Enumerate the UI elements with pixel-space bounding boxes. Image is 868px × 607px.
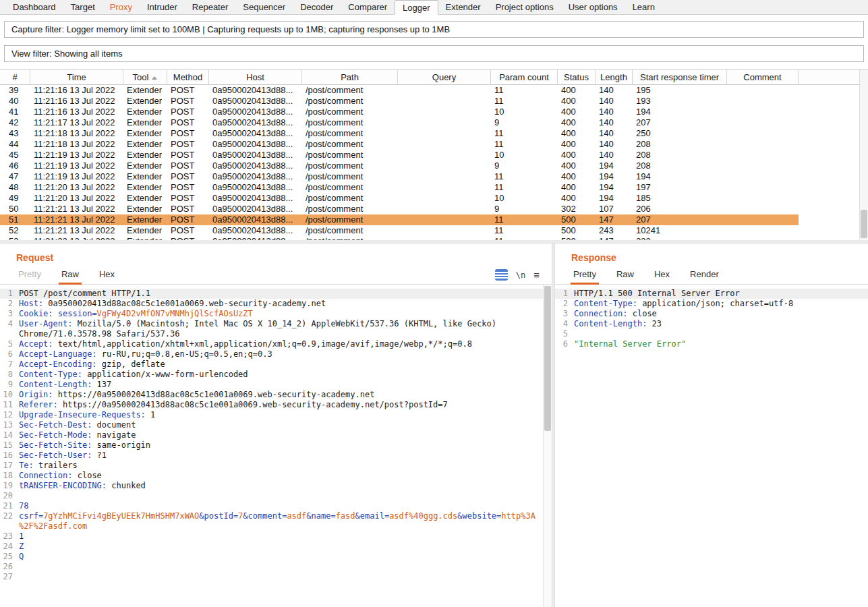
cell-method: POST — [167, 214, 209, 225]
log-row-40[interactable]: 4011:21:16 13 Jul 2022ExtenderPOST0a9500… — [0, 96, 868, 107]
line-number: 15 — [0, 440, 19, 451]
log-row-49[interactable]: 4911:21:20 13 Jul 2022ExtenderPOST0a9500… — [0, 193, 868, 204]
log-row-46[interactable]: 4611:21:19 13 Jul 2022ExtenderPOST0a9500… — [0, 161, 868, 171]
line-content: User-Agent: Mozilla/5.0 (Macintosh; Inte… — [19, 319, 552, 339]
menu-item-user-options[interactable]: User options — [561, 0, 625, 14]
menu-item-sequencer[interactable]: Sequencer — [235, 0, 293, 14]
cell-tool: Extender — [123, 161, 167, 171]
column-header-host[interactable]: Host — [209, 70, 302, 84]
menu-item-target[interactable]: Target — [63, 0, 103, 14]
request-tabs: PrettyRawHex \n ≡ — [0, 264, 552, 285]
request-editor[interactable]: 1POST /post/comment HTTP/1.12Host: 0a950… — [0, 285, 552, 607]
cell-tool: Extender — [123, 107, 167, 117]
cell-tool: Extender — [123, 171, 167, 182]
column-header-method[interactable]: Method — [167, 70, 209, 84]
log-row-48[interactable]: 4811:21:20 13 Jul 2022ExtenderPOST0a9500… — [0, 182, 868, 193]
log-row-39[interactable]: 3911:21:16 13 Jul 2022ExtenderPOST0a9500… — [0, 85, 868, 96]
table-body[interactable]: 3911:21:16 13 Jul 2022ExtenderPOST0a9500… — [0, 85, 868, 240]
request-scrollbar-thumb[interactable] — [544, 286, 551, 431]
log-row-41[interactable]: 4111:21:16 13 Jul 2022ExtenderPOST0a9500… — [0, 107, 868, 117]
cell-path: /post/comment — [302, 182, 398, 193]
newline-toggle-icon[interactable]: \n — [516, 270, 525, 280]
column-header-length[interactable]: Length — [596, 70, 633, 84]
menu-item-extender[interactable]: Extender — [438, 0, 488, 14]
cell-id: 48 — [0, 182, 30, 193]
cell-path: /post/comment — [302, 150, 398, 161]
log-row-50[interactable]: 5011:21:21 13 Jul 2022ExtenderPOST0a9500… — [0, 204, 868, 214]
log-row-45[interactable]: 4511:21:19 13 Jul 2022ExtenderPOST0a9500… — [0, 150, 868, 161]
cell-time: 11:21:18 13 Jul 2022 — [30, 128, 123, 139]
log-row-44[interactable]: 4411:21:18 13 Jul 2022ExtenderPOST0a9500… — [0, 139, 868, 150]
log-row-47[interactable]: 4711:21:19 13 Jul 2022ExtenderPOST0a9500… — [0, 171, 868, 182]
menu-item-comparer[interactable]: Comparer — [341, 0, 395, 14]
line-content: csrf=7gYzhMCiFvi4gBEyUEEk7HmHSHM7xWAO&po… — [19, 511, 552, 531]
line-number: 25 — [0, 552, 19, 562]
line-content: Origin: https://0a9500020413d88ac08c5c1e… — [19, 390, 552, 400]
log-row-52[interactable]: 5211:21:21 13 Jul 2022ExtenderPOST0a9500… — [0, 225, 868, 236]
cell-comment — [727, 225, 799, 236]
request-tab-hex[interactable]: Hex — [89, 266, 125, 284]
request-scrollbar[interactable] — [543, 285, 552, 607]
column-header-tool[interactable]: Tool — [123, 70, 167, 84]
menu-item-logger[interactable]: Logger — [395, 0, 438, 14]
response-tab-render[interactable]: Render — [680, 266, 729, 284]
response-viewer[interactable]: 1HTTP/1.1 500 Internal Server Error2Cont… — [555, 285, 868, 607]
code-line: 18Connection: close — [0, 471, 552, 481]
log-row-53[interactable]: 5311:21:22 13 Jul 2022ExtenderPOST0a9500… — [0, 236, 868, 240]
line-number: 8 — [0, 370, 19, 380]
response-tab-raw[interactable]: Raw — [606, 266, 644, 284]
cell-param_count: 10 — [491, 107, 558, 117]
request-tab-raw[interactable]: Raw — [51, 266, 89, 284]
menu-item-project-options[interactable]: Project options — [488, 0, 561, 14]
cell-query — [398, 85, 491, 96]
line-number: 12 — [0, 410, 19, 420]
line-content: POST /post/comment HTTP/1.1 — [19, 289, 552, 299]
cell-query — [398, 182, 491, 193]
response-tab-pretty[interactable]: Pretty — [563, 266, 606, 284]
cell-length: 243 — [596, 225, 633, 236]
cell-time: 11:21:21 13 Jul 2022 — [30, 214, 123, 225]
format-lines-icon[interactable] — [495, 269, 508, 281]
menu-item-intruder[interactable]: Intruder — [140, 0, 185, 14]
log-row-42[interactable]: 4211:21:17 13 Jul 2022ExtenderPOST0a9500… — [0, 117, 868, 128]
response-tab-hex[interactable]: Hex — [644, 266, 680, 284]
code-line: 5Accept: text/html,application/xhtml+xml… — [0, 339, 552, 349]
column-header-comment[interactable]: Comment — [727, 70, 799, 84]
request-tab-pretty[interactable]: Pretty — [8, 266, 51, 284]
menu-item-decoder[interactable]: Decoder — [293, 0, 341, 14]
cell-status: 400 — [558, 150, 596, 161]
code-line: 22csrf=7gYzhMCiFvi4gBEyUEEk7HmHSHM7xWAO&… — [0, 511, 552, 531]
menu-item-proxy[interactable]: Proxy — [103, 0, 140, 14]
cell-path: /post/comment — [302, 128, 398, 139]
column-header-param-count[interactable]: Param count — [491, 70, 558, 84]
column-header-time[interactable]: Time — [30, 70, 123, 84]
menu-item-dashboard[interactable]: Dashboard — [5, 0, 63, 14]
menu-item-learn[interactable]: Learn — [625, 0, 662, 14]
cell-tool: Extender — [123, 85, 167, 96]
view-filter-bar[interactable]: View filter: Showing all items — [4, 45, 864, 62]
log-row-43[interactable]: 4311:21:18 13 Jul 2022ExtenderPOST0a9500… — [0, 128, 868, 139]
cell-timer: 193 — [633, 96, 727, 107]
line-number: 22 — [0, 511, 19, 531]
cell-comment — [727, 150, 799, 161]
column-header-start-response-timer[interactable]: Start response timer — [633, 70, 727, 84]
cell-length: 107 — [596, 204, 633, 214]
cell-timer: 185 — [633, 193, 727, 204]
log-row-51[interactable]: 5111:21:21 13 Jul 2022ExtenderPOST0a9500… — [0, 214, 868, 225]
cell-tool: Extender — [123, 204, 167, 214]
column-header-status[interactable]: Status — [558, 70, 596, 84]
cell-query — [398, 204, 491, 214]
cell-timer: 206 — [633, 204, 727, 214]
table-scrollbar[interactable] — [859, 70, 868, 239]
column-header-query[interactable]: Query — [398, 70, 491, 84]
column-header-number[interactable]: # — [0, 70, 30, 84]
editor-menu-icon[interactable]: ≡ — [533, 270, 540, 280]
capture-filter-bar[interactable]: Capture filter: Logger memory limit set … — [4, 21, 864, 38]
cell-length: 147 — [596, 214, 633, 225]
menu-item-repeater[interactable]: Repeater — [185, 0, 235, 14]
cell-path: /post/comment — [302, 225, 398, 236]
table-scrollbar-thumb[interactable] — [861, 210, 867, 238]
cell-tool: Extender — [123, 128, 167, 139]
column-header-path[interactable]: Path — [302, 70, 398, 84]
cell-host: 0a9500020413d88... — [209, 96, 302, 107]
